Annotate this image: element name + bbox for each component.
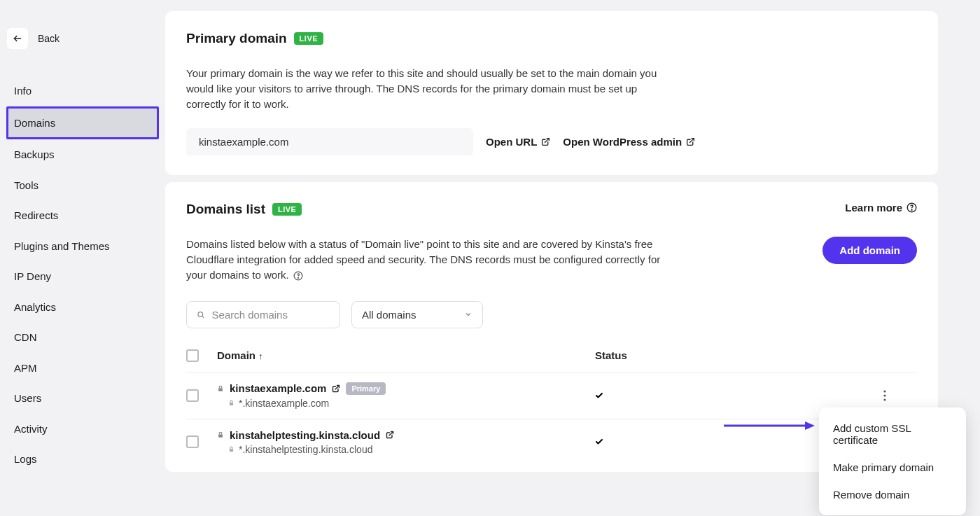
- sidebar-item-ip-deny[interactable]: IP Deny: [8, 261, 157, 292]
- sidebar-item-domains[interactable]: Domains: [6, 106, 159, 140]
- domain-name: kinstahelptesting.kinsta.cloud: [230, 429, 380, 441]
- svg-line-10: [335, 385, 340, 389]
- lock-icon: [228, 445, 234, 453]
- svg-line-2: [690, 139, 694, 143]
- sort-ascending-icon: ↑: [258, 351, 263, 361]
- svg-rect-9: [218, 388, 223, 391]
- domain-filter-value: All domains: [362, 309, 416, 321]
- back-row[interactable]: Back: [7, 28, 157, 49]
- help-circle-icon[interactable]: [293, 271, 303, 281]
- open-url-label: Open URL: [486, 136, 537, 148]
- svg-line-18: [389, 432, 393, 436]
- lock-icon: [217, 384, 224, 393]
- back-label: Back: [38, 33, 59, 44]
- sidebar-item-redirects[interactable]: Redirects: [8, 200, 157, 231]
- external-link-icon[interactable]: [332, 384, 340, 393]
- primary-domain-title: Primary domain: [186, 31, 287, 46]
- add-domain-button[interactable]: Add domain: [822, 237, 917, 264]
- primary-badge: Primary: [346, 382, 386, 395]
- sidebar-item-logs[interactable]: Logs: [8, 444, 157, 475]
- status-check-icon: [595, 391, 875, 400]
- svg-rect-11: [230, 403, 233, 405]
- svg-rect-19: [230, 449, 233, 452]
- row-actions-button[interactable]: [875, 386, 895, 405]
- main-content: Primary domain LIVE Your primary domain …: [165, 0, 980, 516]
- svg-point-7: [198, 312, 203, 316]
- domains-list-title: Domains list: [186, 202, 265, 217]
- lock-icon: [228, 399, 234, 407]
- kebab-icon: [883, 390, 886, 401]
- primary-domain-description: Your primary domain is the way we refer …: [186, 66, 662, 111]
- svg-line-8: [202, 316, 204, 317]
- live-badge: LIVE: [272, 203, 302, 216]
- lock-icon: [217, 431, 224, 439]
- sidebar-item-analytics[interactable]: Analytics: [8, 292, 157, 323]
- back-button[interactable]: [7, 28, 28, 49]
- column-status[interactable]: Status: [595, 349, 875, 361]
- svg-point-4: [911, 209, 912, 210]
- sidebar-item-cdn[interactable]: CDN: [8, 322, 157, 353]
- row-actions-menu: Add custom SSL certificate Make primary …: [819, 407, 966, 515]
- open-url-link[interactable]: Open URL: [486, 136, 550, 148]
- search-domains-input[interactable]: [212, 309, 330, 321]
- domains-list-card: Domains list LIVE Learn more Domains lis…: [165, 182, 938, 471]
- annotation-arrow-icon: [724, 420, 815, 431]
- sidebar: Back Info Domains Backups Tools Redirect…: [0, 0, 165, 516]
- open-wp-admin-link[interactable]: Open WordPress admin: [563, 136, 695, 148]
- sidebar-item-activity[interactable]: Activity: [8, 414, 157, 445]
- column-domain[interactable]: Domain↑: [217, 349, 595, 361]
- table-header: Domain↑ Status: [186, 342, 917, 372]
- live-badge: LIVE: [294, 32, 323, 45]
- learn-more-label: Learn more: [845, 202, 902, 214]
- select-all-checkbox[interactable]: [186, 349, 199, 362]
- search-icon: [197, 310, 205, 319]
- domains-table: Domain↑ Status kinstaexample.com: [186, 342, 917, 465]
- svg-point-14: [883, 398, 886, 400]
- wildcard-domain: *.kinstahelptesting.kinsta.cloud: [239, 444, 372, 455]
- menu-item-remove-domain[interactable]: Remove domain: [819, 481, 966, 508]
- sidebar-item-plugins-themes[interactable]: Plugins and Themes: [8, 231, 157, 262]
- search-domains-input-wrap[interactable]: [186, 301, 340, 328]
- primary-domain-card: Primary domain LIVE Your primary domain …: [165, 11, 938, 175]
- sidebar-item-users[interactable]: Users: [8, 383, 157, 414]
- arrow-left-icon: [13, 34, 22, 43]
- external-link-icon: [541, 137, 550, 146]
- sidebar-item-info[interactable]: Info: [8, 76, 157, 106]
- external-link-icon[interactable]: [386, 431, 394, 439]
- help-circle-icon: [906, 202, 917, 213]
- row-checkbox[interactable]: [186, 435, 199, 448]
- row-checkbox[interactable]: [186, 389, 199, 402]
- svg-point-6: [298, 277, 298, 278]
- learn-more-link[interactable]: Learn more: [845, 202, 917, 214]
- sidebar-item-tools[interactable]: Tools: [8, 170, 157, 201]
- external-link-icon: [686, 137, 695, 146]
- chevron-down-icon: [464, 310, 472, 319]
- domain-filter-select[interactable]: All domains: [351, 301, 483, 328]
- wildcard-domain: *.kinstaexample.com: [239, 398, 329, 409]
- svg-point-13: [883, 394, 886, 396]
- open-wp-admin-label: Open WordPress admin: [563, 136, 682, 148]
- primary-domain-value: kinstaexample.com: [186, 128, 473, 155]
- svg-marker-16: [805, 421, 815, 430]
- menu-item-make-primary[interactable]: Make primary domain: [819, 454, 966, 481]
- domains-list-description: Domains listed below with a status of "D…: [186, 237, 662, 282]
- menu-item-add-ssl[interactable]: Add custom SSL certificate: [819, 414, 966, 454]
- sidebar-item-apm[interactable]: APM: [8, 353, 157, 384]
- domain-name: kinstaexample.com: [230, 382, 326, 394]
- table-row: kinstaexample.com Primary *.kinstaexampl…: [186, 372, 917, 419]
- svg-line-1: [545, 139, 550, 143]
- sidebar-item-backups[interactable]: Backups: [8, 139, 157, 170]
- svg-rect-17: [218, 435, 223, 438]
- svg-point-12: [883, 390, 886, 392]
